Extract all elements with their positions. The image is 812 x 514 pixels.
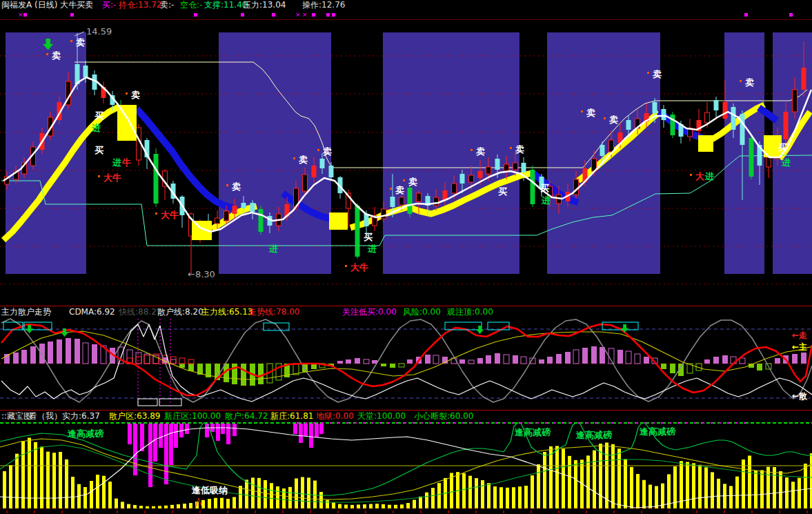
- ladder-block: [329, 212, 348, 230]
- volume-bar: [183, 504, 186, 508]
- candle: [478, 171, 483, 178]
- indicator-bar: [57, 339, 62, 364]
- indicator-bar: [504, 355, 509, 364]
- top-bar-spike: [169, 424, 173, 465]
- indicator-value: 走势线:78.00: [248, 307, 299, 317]
- signal-label-卖: 卖: [299, 155, 308, 165]
- volume-bar: [357, 504, 360, 508]
- volume-bar: [326, 500, 329, 508]
- signal-label-进: 进: [112, 157, 121, 168]
- volume-bar: [499, 487, 503, 508]
- top-bar-spike: [309, 424, 313, 448]
- volume-bar: [636, 474, 640, 508]
- volume-bar: [617, 448, 621, 508]
- signal-square-icon: [312, 13, 315, 17]
- volume-bar: [382, 504, 385, 508]
- top-bar-spike: [221, 424, 225, 434]
- signal-label-卖: 卖: [232, 181, 241, 192]
- indicator-bar: [644, 357, 649, 364]
- volume-bar: [611, 444, 615, 508]
- top-bar-spike: [140, 424, 144, 451]
- volume-bar: [729, 486, 733, 508]
- indicator-bar: [539, 359, 544, 364]
- indicator-bar: [364, 359, 369, 364]
- volume-bar: [425, 493, 428, 508]
- signal-label-卖: 卖: [745, 77, 754, 88]
- candle: [531, 170, 535, 204]
- signal-label-大牛: 大牛: [161, 210, 179, 220]
- panel2-chart[interactable]: ←走←主←散: [0, 317, 812, 410]
- line-tag: ←走: [792, 330, 807, 340]
- indicator-bar: [477, 358, 483, 364]
- candle: [723, 102, 728, 119]
- volume-bar: [468, 476, 472, 508]
- top-bar-spike: [315, 424, 319, 437]
- price-annotation: ←8.30: [188, 269, 215, 279]
- indicator-bar: [39, 344, 45, 364]
- volume-bar: [350, 505, 354, 508]
- panel2-header: 主力散户走势CDMA:6.92快线:88.21散户线:8.20主力线:65.13…: [0, 306, 812, 318]
- main-chart[interactable]: 卖卖卖卖卖卖卖卖卖卖卖卖卖卖买买买买买买进进进进进进牛大牛大牛大牛大进14.59…: [0, 20, 812, 304]
- signal-label-卖: 卖: [609, 115, 618, 125]
- candle: [504, 164, 509, 171]
- indicator-bar: [30, 346, 36, 364]
- indicator-bar: [670, 364, 675, 373]
- volume-bar: [686, 462, 689, 508]
- volume-bar: [3, 471, 6, 508]
- candle: [793, 90, 798, 112]
- candle: [609, 140, 614, 152]
- green-down-arrow-icon: [26, 325, 33, 333]
- candle: [714, 100, 719, 110]
- volume-bar: [518, 486, 522, 508]
- advice-label: 逢低吸纳: [191, 485, 228, 495]
- indicator-bar: [170, 359, 176, 364]
- indicator-bar: [459, 359, 465, 364]
- highlight-zone: [383, 32, 519, 274]
- volume-bar: [400, 504, 404, 508]
- candle: [320, 159, 325, 168]
- candle: [766, 157, 771, 167]
- candle: [469, 175, 474, 182]
- volume-bar: [232, 497, 236, 508]
- indicator-value: 主力散户走势: [1, 307, 51, 317]
- indicator-bar: [390, 364, 395, 368]
- indicator-bar: [468, 360, 474, 364]
- indicator-bar: [425, 355, 430, 364]
- candle: [154, 154, 159, 204]
- volume-bar: [487, 483, 491, 508]
- panel3-chart[interactable]: 逢高减磅逢高减磅逢高减磅逢高减磅逢低吸纳: [0, 422, 812, 514]
- volume-bar: [220, 498, 224, 508]
- candle: [705, 112, 710, 123]
- volume-bar: [766, 467, 770, 508]
- volume-bar: [543, 452, 546, 508]
- signal-label-买: 买: [540, 183, 549, 193]
- indicator-value: 观注顶:0.00: [447, 307, 493, 317]
- indicator-bar: [127, 350, 132, 364]
- indicator-bar: [355, 358, 360, 364]
- volume-bar: [251, 477, 255, 508]
- volume-bar: [524, 486, 528, 508]
- signal-square-icon: [241, 13, 244, 17]
- top-bar-spike: [148, 424, 152, 487]
- top-bar-spike: [216, 424, 220, 441]
- candle: [417, 193, 422, 201]
- volume-bar: [282, 488, 286, 508]
- indicator-bar: [547, 357, 553, 364]
- volume-bar: [555, 446, 559, 508]
- top-bar-spike: [174, 424, 178, 448]
- candle: [495, 159, 500, 170]
- volume-bar: [214, 498, 217, 508]
- signal-square-icon: [744, 13, 748, 17]
- candle: [224, 211, 229, 221]
- volume-bar: [773, 467, 776, 508]
- indicator-bar: [757, 364, 762, 370]
- volume-bar: [59, 452, 62, 508]
- signal-x-icon: ×: [18, 11, 23, 19]
- indicator-bar: [775, 358, 780, 364]
- volume-bar: [15, 454, 19, 508]
- candle: [232, 206, 237, 214]
- volume-bar: [164, 506, 168, 508]
- volume-bar: [319, 492, 323, 508]
- candle: [600, 145, 605, 156]
- indicator-bar: [521, 357, 526, 364]
